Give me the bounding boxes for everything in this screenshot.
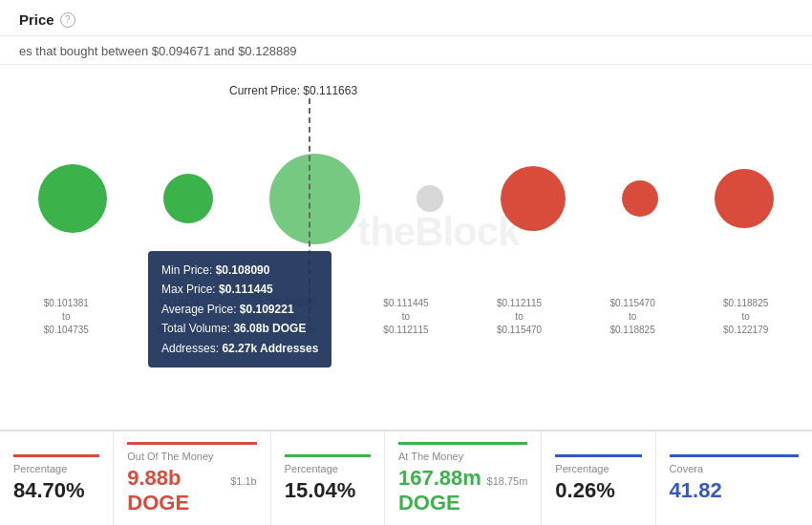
current-price-label: Current Price: $0.111663: [229, 84, 357, 97]
footer-ootm: Out Of The Money 9.88b DOGE $1.1b: [114, 431, 270, 525]
footer-pct2-value: 15.04%: [285, 478, 371, 503]
footer-pct1-value: 84.70%: [13, 478, 99, 503]
tooltip-avg-label: Average Price:: [161, 303, 237, 316]
footer-pct3: Percentage 0.26%: [542, 431, 655, 525]
footer-coverage-label: Covera: [670, 463, 799, 474]
tooltip-max-value: $0.111445: [219, 283, 273, 296]
footer-atm: At The Money 167.88m DOGE $18.75m: [385, 431, 542, 525]
subtitle: es that bought between $0.094671 and $0.…: [0, 36, 812, 65]
bubble-6: [622, 180, 658, 217]
tooltip-min-value: $0.108090: [216, 263, 270, 277]
footer-ootm-value: 9.88b DOGE: [127, 466, 226, 515]
tooltip-volume-value: 36.08b DOGE: [233, 322, 306, 335]
tooltip-volume-label: Total Volume:: [161, 322, 230, 335]
x-label-7: $0.118825 to $0.122179: [723, 297, 768, 337]
footer-pct2-label: Percentage: [285, 463, 371, 474]
header: Price ?: [0, 0, 812, 36]
footer-pct1-label: Percentage: [13, 463, 99, 474]
chart-area: theBlock Current Price: $0.111663 $0.101…: [0, 65, 812, 389]
bubble-tooltip: Min Price: $0.108090 Max Price: $0.11144…: [148, 251, 331, 368]
page-title: Price: [19, 11, 54, 28]
x-label-1: $0.101381 to $0.104735: [44, 297, 89, 337]
bubble-7: [715, 169, 774, 228]
bubble-5: [501, 166, 566, 231]
tooltip-addresses-value: 62.27k Addresses: [222, 342, 318, 355]
footer-coverage-value: 41.82: [670, 478, 799, 503]
footer-atm-sub: $18.75m: [487, 475, 528, 487]
footer-pct3-label: Percentage: [555, 463, 641, 474]
x-label-5: $0.112115 to $0.115470: [497, 297, 542, 337]
footer-stats: Percentage 84.70% Out Of The Money 9.88b…: [0, 430, 812, 525]
footer-coverage: Covera 41.82: [656, 431, 812, 525]
footer-atm-value: 167.88m DOGE: [398, 466, 483, 515]
tooltip-avg-value: $0.109221: [240, 303, 294, 316]
help-icon[interactable]: ?: [60, 12, 75, 28]
bubble-2: [163, 174, 213, 223]
footer-ootm-sub: $1.1b: [230, 475, 257, 487]
bubbles-container: [0, 122, 812, 275]
x-label-6: $0.115470 to $0.118825: [609, 297, 654, 337]
bubble-4: [417, 185, 443, 212]
footer-ootm-label: Out Of The Money: [127, 451, 256, 462]
bubble-1: [38, 164, 107, 233]
footer-pct1: Percentage 84.70%: [0, 431, 114, 525]
footer-pct3-value: 0.26%: [555, 478, 641, 503]
x-label-4: $0.111445 to $0.112115: [383, 297, 428, 337]
footer-atm-label: At The Money: [398, 451, 527, 462]
footer-pct2: Percentage 15.04%: [271, 431, 385, 525]
tooltip-max-label: Max Price:: [161, 283, 216, 296]
tooltip-min-label: Min Price:: [161, 263, 212, 277]
tooltip-addresses-label: Addresses:: [161, 342, 219, 355]
bubble-3: [269, 154, 360, 244]
x-axis: $0.101381 to $0.104735 $0.10474 to $0.10…: [0, 297, 812, 337]
